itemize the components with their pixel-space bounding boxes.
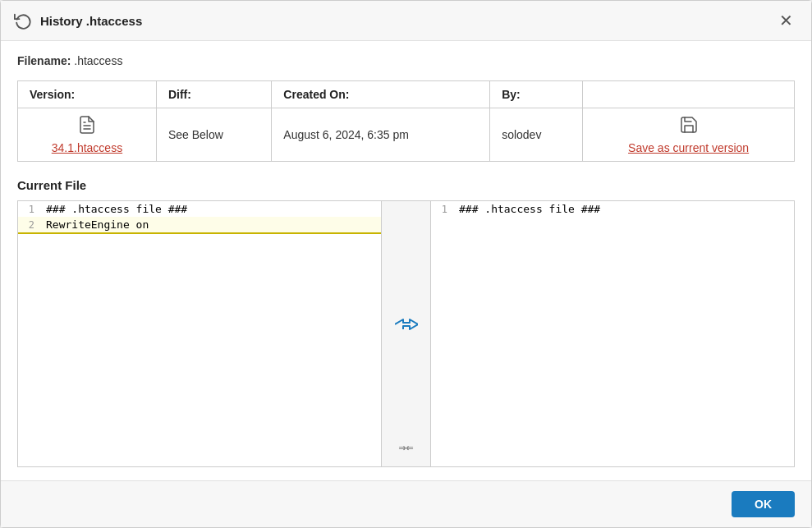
- table-row: 34.1.htaccess See Below August 6, 2024, …: [18, 108, 795, 162]
- by-cell: solodev: [490, 108, 583, 162]
- dialog-footer: OK: [1, 480, 811, 527]
- diff-pane-right: 1### .htaccess file ###: [431, 201, 794, 466]
- history-icon: [14, 11, 32, 30]
- diff-collapse-icon[interactable]: ⇒⇐: [398, 440, 413, 460]
- close-button[interactable]: ✕: [774, 11, 798, 30]
- diff-middle: ⇒⇐: [382, 201, 431, 466]
- line-number: 1: [18, 202, 41, 215]
- diff-line: 1### .htaccess file ###: [431, 201, 794, 217]
- diff-line: 1### .htaccess file ###: [18, 201, 381, 217]
- col-header-diff: Diff:: [156, 81, 271, 108]
- filename-label: Filename:: [17, 54, 71, 67]
- filename-row: Filename: .htaccess: [17, 54, 795, 67]
- history-dialog: History .htaccess ✕ Filename: .htaccess …: [0, 0, 812, 528]
- current-file-title: Current File: [17, 178, 795, 192]
- save-as-current-link[interactable]: Save as current version: [628, 141, 749, 154]
- col-header-version: Version:: [18, 81, 157, 108]
- line-number: 2: [18, 218, 41, 231]
- line-content: ### .htaccess file ###: [41, 202, 381, 216]
- file-icon: [77, 115, 97, 138]
- filename-value: .htaccess: [74, 54, 122, 67]
- diff-cell: See Below: [156, 108, 271, 162]
- dialog-title: History .htaccess: [40, 14, 774, 28]
- col-header-created: Created On:: [272, 81, 490, 108]
- line-content: RewriteEngine on: [41, 218, 381, 232]
- diff-merge-icon[interactable]: [395, 208, 418, 440]
- line-number: 1: [431, 202, 454, 215]
- version-link[interactable]: 34.1.htaccess: [52, 141, 122, 154]
- save-icon: [679, 115, 699, 138]
- diff-line: 2RewriteEngine on: [18, 217, 381, 234]
- line-content: ### .htaccess file ###: [454, 202, 794, 216]
- dialog-body: Filename: .htaccess Version: Diff: Creat…: [1, 41, 811, 480]
- save-cell: Save as current version: [583, 108, 795, 162]
- version-cell: 34.1.htaccess: [18, 108, 157, 162]
- diff-container: 1### .htaccess file ###2RewriteEngine on…: [17, 200, 795, 467]
- history-table: Version: Diff: Created On: By:: [17, 80, 795, 162]
- col-header-action: [583, 81, 795, 108]
- created-on-cell: August 6, 2024, 6:35 pm: [272, 108, 490, 162]
- col-header-by: By:: [490, 81, 583, 108]
- diff-pane-left: 1### .htaccess file ###2RewriteEngine on: [18, 201, 382, 466]
- ok-button[interactable]: OK: [732, 491, 795, 517]
- dialog-header: History .htaccess ✕: [1, 1, 811, 41]
